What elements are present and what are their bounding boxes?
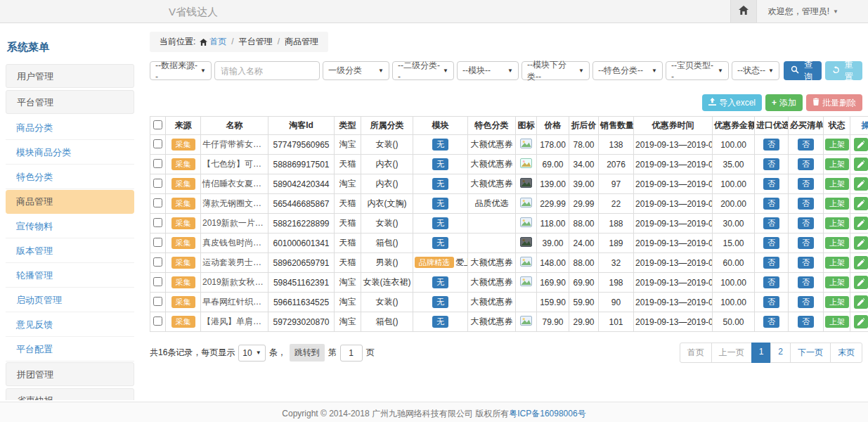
- import-select-toggle[interactable]: 否: [763, 198, 779, 209]
- jump-button[interactable]: 跳转到: [290, 344, 325, 362]
- row-checkbox[interactable]: [153, 238, 162, 247]
- sidebar-item-saving-express[interactable]: 省惠快报: [6, 388, 134, 400]
- edit-button[interactable]: [854, 177, 868, 191]
- import-select-toggle[interactable]: 否: [763, 178, 779, 189]
- edit-button[interactable]: [854, 295, 868, 309]
- status-badge[interactable]: 上架: [825, 296, 849, 307]
- edit-button[interactable]: [854, 197, 868, 210]
- select-all-checkbox[interactable]: [153, 120, 162, 129]
- sidebar-item-feature-category[interactable]: 特色分类: [6, 165, 134, 189]
- edit-button[interactable]: [854, 276, 868, 289]
- per-page-select[interactable]: 10 ▼: [238, 345, 265, 362]
- filter-select[interactable]: --状态-- ▼: [732, 61, 779, 80]
- status-badge[interactable]: 上架: [825, 198, 849, 209]
- edit-button[interactable]: [854, 315, 868, 328]
- status-badge[interactable]: 上架: [825, 316, 849, 327]
- module-badge[interactable]: 品牌精选: [415, 257, 454, 268]
- sidebar-item-feedback[interactable]: 意见反馈: [6, 313, 134, 337]
- module-badge[interactable]: 无: [432, 237, 448, 248]
- must-buy-toggle[interactable]: 否: [798, 158, 814, 170]
- row-checkbox[interactable]: [153, 257, 162, 267]
- module-badge[interactable]: 无: [432, 139, 448, 150]
- pagination-button[interactable]: 2: [770, 343, 791, 363]
- filter-select[interactable]: --模块下分类-- ▼: [522, 61, 590, 80]
- module-badge[interactable]: 无: [432, 178, 448, 189]
- module-badge[interactable]: 无: [432, 217, 448, 229]
- name-search-input[interactable]: [214, 61, 320, 80]
- module-badge[interactable]: 无: [432, 276, 448, 288]
- edit-button[interactable]: [854, 138, 868, 151]
- row-checkbox[interactable]: [153, 139, 162, 148]
- status-badge[interactable]: 上架: [825, 178, 849, 189]
- status-badge[interactable]: 上架: [825, 237, 849, 248]
- sidebar-item-carousel-management[interactable]: 轮播管理: [6, 264, 134, 288]
- sidebar-item-module-product-category[interactable]: 模块商品分类: [6, 141, 134, 165]
- import-select-toggle[interactable]: 否: [763, 217, 779, 229]
- module-badge[interactable]: 无: [432, 198, 448, 209]
- sidebar-item-product-category[interactable]: 商品分类: [6, 116, 134, 140]
- row-checkbox[interactable]: [153, 159, 162, 168]
- edit-button[interactable]: [854, 236, 868, 250]
- sidebar-item-platform-config[interactable]: 平台配置: [6, 338, 134, 362]
- edit-button[interactable]: [854, 217, 868, 230]
- sidebar-item-product-management[interactable]: 商品管理: [6, 190, 134, 214]
- pagination-button[interactable]: 末页: [830, 343, 862, 363]
- import-select-toggle[interactable]: 否: [763, 139, 779, 150]
- row-checkbox[interactable]: [153, 316, 162, 326]
- must-buy-toggle[interactable]: 否: [798, 276, 814, 288]
- module-badge[interactable]: 无: [432, 296, 448, 307]
- module-badge[interactable]: 无: [432, 316, 448, 327]
- sidebar-item-group-buy-management[interactable]: 拼团管理: [6, 362, 134, 386]
- status-badge[interactable]: 上架: [825, 257, 849, 268]
- pagination-button[interactable]: 首页: [680, 343, 712, 363]
- filter-select[interactable]: --二级分类-- ▼: [392, 61, 454, 80]
- reset-button[interactable]: 重置: [825, 61, 862, 80]
- filter-select[interactable]: --宝贝类型-- ▼: [666, 61, 729, 80]
- search-button[interactable]: 查询: [784, 61, 822, 80]
- status-badge[interactable]: 上架: [825, 139, 849, 150]
- sidebar-item-platform-management[interactable]: 平台管理: [6, 90, 134, 114]
- import-select-toggle[interactable]: 否: [763, 296, 779, 307]
- row-checkbox[interactable]: [153, 198, 162, 207]
- must-buy-toggle[interactable]: 否: [798, 296, 814, 307]
- breadcrumb-home-link[interactable]: 首页: [209, 37, 226, 46]
- module-badge[interactable]: 无: [432, 158, 448, 170]
- import-select-toggle[interactable]: 否: [763, 316, 779, 327]
- import-select-toggle[interactable]: 否: [763, 276, 779, 288]
- pagination-button[interactable]: 下一页: [790, 343, 831, 363]
- must-buy-toggle[interactable]: 否: [798, 178, 814, 189]
- must-buy-toggle[interactable]: 否: [798, 139, 814, 150]
- import-select-toggle[interactable]: 否: [763, 158, 779, 170]
- status-badge[interactable]: 上架: [825, 158, 849, 170]
- edit-button[interactable]: [854, 256, 868, 269]
- pagination-button[interactable]: 1: [751, 343, 772, 363]
- must-buy-toggle[interactable]: 否: [798, 257, 814, 268]
- edit-button[interactable]: [854, 158, 868, 171]
- sidebar-item-promo-material[interactable]: 宣传物料: [6, 215, 134, 238]
- pagination-button[interactable]: 上一页: [711, 343, 752, 363]
- must-buy-toggle[interactable]: 否: [798, 217, 814, 229]
- row-checkbox[interactable]: [153, 297, 162, 306]
- row-checkbox[interactable]: [153, 179, 162, 188]
- filter-select[interactable]: 一级分类 ▼: [323, 61, 389, 80]
- must-buy-toggle[interactable]: 否: [798, 316, 814, 327]
- batch-delete-button[interactable]: 批量删除: [806, 94, 862, 111]
- must-buy-toggle[interactable]: 否: [798, 198, 814, 209]
- status-badge[interactable]: 上架: [825, 217, 849, 229]
- jump-page-input[interactable]: [340, 345, 363, 362]
- user-menu[interactable]: 欢迎您，管理员! ▼: [757, 0, 868, 23]
- filter-select[interactable]: --特色分类-- ▼: [592, 61, 663, 80]
- add-button[interactable]: + 添加: [765, 94, 803, 111]
- home-button[interactable]: [730, 0, 757, 23]
- import-select-toggle[interactable]: 否: [763, 257, 779, 268]
- status-badge[interactable]: 上架: [825, 276, 849, 288]
- import-select-toggle[interactable]: 否: [763, 237, 779, 248]
- row-checkbox[interactable]: [153, 218, 162, 227]
- import-excel-button[interactable]: 导入excel: [702, 94, 762, 111]
- sidebar-item-user-management[interactable]: 用户管理: [6, 64, 134, 88]
- filter-select[interactable]: --模块-- ▼: [457, 61, 519, 80]
- sidebar-item-splash-management[interactable]: 启动页管理: [6, 288, 134, 312]
- row-checkbox[interactable]: [153, 277, 162, 286]
- must-buy-toggle[interactable]: 否: [798, 237, 814, 248]
- filter-select[interactable]: --数据来源-- ▼: [150, 61, 212, 80]
